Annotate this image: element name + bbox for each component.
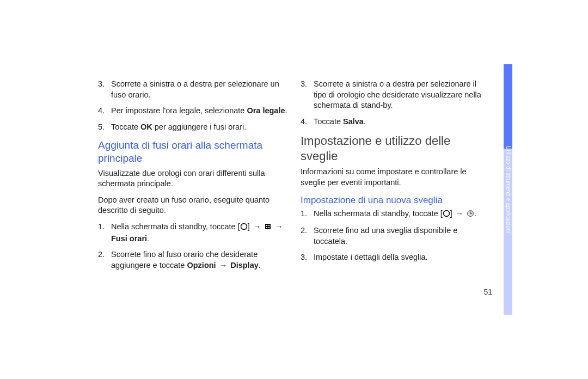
step-item: 2. Scorrete fino ad una sveglia disponib… xyxy=(301,225,490,247)
step-number: 5. xyxy=(98,122,111,133)
main-heading: Impostazione e utilizzo delle sveglie xyxy=(301,133,490,163)
svg-rect-4 xyxy=(266,227,267,228)
step-text: Scorrete a sinistra o a destra per selez… xyxy=(314,80,481,109)
content-columns: 3. Scorrete a sinistra o a destra per se… xyxy=(98,79,490,276)
svg-point-6 xyxy=(443,210,449,216)
svg-rect-2 xyxy=(266,225,267,226)
step-text: Toccate xyxy=(111,123,140,131)
step-text: . xyxy=(285,106,287,115)
step-text: . xyxy=(474,209,476,218)
left-steps-bottom: 1. Nella schermata di standby, toccate [… xyxy=(98,222,287,271)
step-text: . xyxy=(259,261,261,270)
step-text: . xyxy=(147,234,149,243)
step-text: per aggiungere i fusi orari. xyxy=(152,123,247,131)
left-steps-top: 3. Scorrete a sinistra o a destra per se… xyxy=(98,79,287,132)
bold-text: Salva xyxy=(343,117,364,126)
side-tab: Utilizzo di strumenti e applicazioni xyxy=(504,64,512,315)
svg-rect-3 xyxy=(268,225,270,226)
right-steps-top: 3. Scorrete a sinistra o a destra per se… xyxy=(301,79,490,127)
page-number: 51 xyxy=(483,288,492,296)
arrow-icon: → xyxy=(274,222,284,233)
bold-text: Ora legale xyxy=(247,106,285,115)
paragraph: Informazioni su come impostare e control… xyxy=(301,167,490,188)
key-icon xyxy=(443,210,450,221)
arrow-icon: → xyxy=(252,222,262,233)
arrow-icon: → xyxy=(455,209,465,219)
key-icon xyxy=(240,223,248,234)
right-column: 3. Scorrete a sinistra o a destra per se… xyxy=(301,79,490,276)
side-tab-dark xyxy=(504,64,512,149)
svg-point-0 xyxy=(241,224,247,230)
step-item: 4. Toccate Salva. xyxy=(301,117,490,127)
step-item: 3. Scorrete a sinistra o a destra per se… xyxy=(98,79,287,100)
bracket-close: ] xyxy=(248,222,250,231)
bold-text: Opzioni xyxy=(187,261,216,270)
right-steps-bottom: 1. Nella schermata di standby, toccate [… xyxy=(301,209,490,263)
paragraph: Visualizzate due orologi con orari diffe… xyxy=(98,168,287,190)
step-item: 3. Scorrete a sinistra o a destra per se… xyxy=(301,79,490,111)
step-text: Impostate i dettagli della sveglia. xyxy=(314,253,428,261)
step-text: Nella schermata di standby, toccate [ xyxy=(111,222,240,231)
step-text: Toccate xyxy=(314,117,343,126)
step-item: 1. Nella schermata di standby, toccate [… xyxy=(301,209,490,221)
step-number: 2. xyxy=(301,225,314,236)
side-tab-label: Utilizzo di strumenti e applicazioni xyxy=(505,146,511,234)
bracket-close: ] xyxy=(450,209,452,218)
alarm-icon xyxy=(467,210,474,221)
bold-text: Fusi orari xyxy=(111,234,147,243)
step-item: 1. Nella schermata di standby, toccate [… xyxy=(98,222,287,244)
step-text: Nella schermata di standby, toccate [ xyxy=(314,209,443,218)
step-item: 3. Impostate i dettagli della sveglia. xyxy=(301,252,490,263)
step-number: 1. xyxy=(301,209,314,219)
tools-icon xyxy=(264,223,272,234)
step-number: 3. xyxy=(98,79,111,90)
bold-text: Display xyxy=(230,261,259,270)
step-item: 5. Toccate OK per aggiungere i fusi orar… xyxy=(98,122,287,133)
step-text: . xyxy=(364,117,366,126)
section-heading: Aggiunta di fusi orari alla schermata pr… xyxy=(98,139,287,165)
step-number: 3. xyxy=(301,79,314,90)
step-number: 1. xyxy=(98,222,111,233)
step-text: Scorrete fino ad una sveglia disponibile… xyxy=(314,226,457,246)
left-column: 3. Scorrete a sinistra o a destra per se… xyxy=(98,79,287,276)
bold-text: OK xyxy=(140,123,152,131)
svg-rect-5 xyxy=(268,227,270,228)
step-item: 2. Scorrete fino al fuso orario che desi… xyxy=(98,249,287,271)
document-page: 3. Scorrete a sinistra o a destra per se… xyxy=(0,0,588,379)
step-number: 2. xyxy=(98,249,111,260)
sub-heading: Impostazione di una nuova sveglia xyxy=(301,194,490,206)
paragraph: Dopo aver creato un fuso orario, eseguit… xyxy=(98,195,287,216)
step-text: Per impostare l'ora legale, selezionate xyxy=(111,106,247,115)
step-number: 4. xyxy=(301,117,314,127)
step-number: 3. xyxy=(301,252,314,263)
arrow-icon: → xyxy=(218,260,229,271)
step-number: 4. xyxy=(98,106,111,117)
svg-rect-1 xyxy=(265,224,271,229)
step-item: 4. Per impostare l'ora legale, seleziona… xyxy=(98,106,287,117)
step-text: Scorrete a sinistra o a destra per selez… xyxy=(111,80,279,99)
